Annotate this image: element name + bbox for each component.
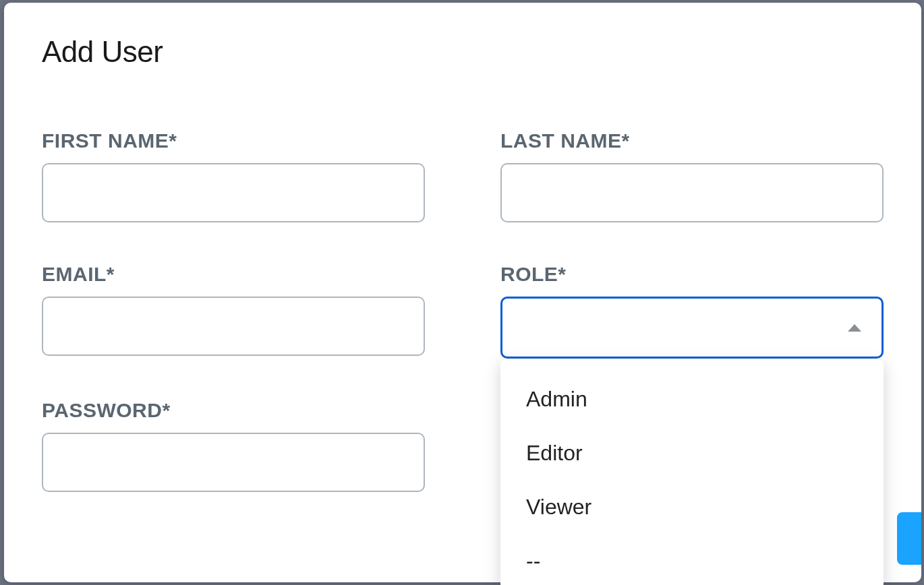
form-grid: FIRST NAME* LAST NAME* EMAIL* ROLE* Admi… <box>42 129 884 492</box>
first-name-input[interactable] <box>42 163 425 222</box>
role-select[interactable] <box>500 297 884 359</box>
add-user-modal: Add User FIRST NAME* LAST NAME* EMAIL* R… <box>4 3 921 582</box>
modal-title: Add User <box>42 35 884 69</box>
role-dropdown: Admin Editor Viewer -- <box>500 360 884 585</box>
last-name-field: LAST NAME* <box>500 129 884 222</box>
role-option-viewer[interactable]: Viewer <box>500 480 884 534</box>
password-input[interactable] <box>42 433 425 492</box>
primary-action-button[interactable] <box>897 512 921 565</box>
role-option-none[interactable]: -- <box>500 534 884 585</box>
first-name-field: FIRST NAME* <box>42 129 425 222</box>
last-name-label: LAST NAME* <box>500 129 884 152</box>
email-field: EMAIL* <box>42 263 425 359</box>
caret-up-icon <box>848 324 861 332</box>
role-label: ROLE* <box>500 263 884 286</box>
password-label: PASSWORD* <box>42 399 425 422</box>
first-name-label: FIRST NAME* <box>42 129 425 152</box>
last-name-input[interactable] <box>500 163 884 222</box>
email-label: EMAIL* <box>42 263 425 286</box>
password-field: PASSWORD* <box>42 399 425 492</box>
role-field: ROLE* Admin Editor Viewer -- <box>500 263 884 359</box>
role-option-editor[interactable]: Editor <box>500 426 884 480</box>
email-input[interactable] <box>42 297 425 356</box>
role-option-admin[interactable]: Admin <box>500 372 884 426</box>
